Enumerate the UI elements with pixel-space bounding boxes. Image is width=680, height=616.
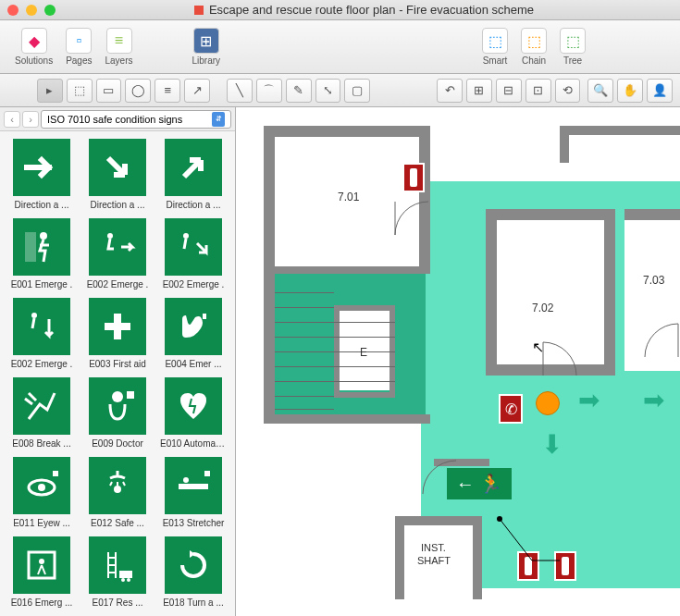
connector-tool[interactable]: ⤡ [315,79,341,103]
svg-rect-11 [179,484,208,489]
maximize-window-button[interactable] [44,5,56,16]
library-button[interactable]: ⊞Library [187,26,227,68]
text-tool[interactable]: ≡ [155,79,180,103]
rect-tool[interactable]: ▭ [96,79,122,103]
library-sign-item[interactable]: Direction a ... [83,139,152,211]
svg-point-3 [183,233,189,239]
library-sign-item[interactable]: E013 Stretcher [159,457,228,529]
nav-forward-button[interactable]: › [22,111,39,128]
smart-button[interactable]: ⬚Smart [476,26,513,68]
library-sign-item[interactable]: E016 Emerg ... [7,536,76,609]
svg-point-4 [31,313,37,318]
sign-label: E012 Safe ... [84,518,151,528]
dropdown-label: ISO 7010 safe condition signs [47,114,182,125]
align-button[interactable]: ⊟ [496,79,522,103]
undo-button[interactable]: ↶ [437,79,463,103]
line-tool[interactable]: ╲ [227,79,253,103]
sign-icon [165,218,222,276]
library-sign-item[interactable]: Direction a ... [7,139,76,211]
main-toolbar: ◆Solutions ▫Pages ≡Layers ⊞Library ⬚Smar… [0,20,680,74]
ellipse-tool[interactable]: ◯ [125,79,151,103]
library-sign-item[interactable]: Direction a ... [159,139,228,211]
arc-tool[interactable]: ⌒ [256,79,282,103]
nav-back-button[interactable]: ‹ [4,111,20,128]
fire-extinguisher-icon[interactable] [402,163,425,192]
library-sign-item[interactable]: E002 Emerge . [159,218,228,290]
library-sign-item[interactable]: E010 Automat ... [159,377,228,450]
title-text: Escape and rescue route floor plan - Fir… [209,3,534,17]
library-sign-item[interactable]: E012 Safe ... [83,457,152,529]
svg-rect-6 [127,391,134,399]
tools-toolbar: ▸ ⬚ ▭ ◯ ≡ ↗ ╲ ⌒ ✎ ⤡ ▢ ↶ ⊞ ⊟ ⊡ ⟲ 🔍 ✋ 👤 [0,74,680,107]
library-sign-item[interactable]: E009 Doctor [83,377,152,450]
sign-label: E010 Automat ... [160,438,227,449]
distribute-button[interactable]: ⊡ [525,79,551,103]
sign-label: E009 Doctor [84,438,151,449]
library-sign-item[interactable]: E011 Eyew ... [7,457,76,529]
rotate-button[interactable]: ⟲ [555,79,581,103]
pen-tool[interactable]: ✎ [286,79,312,103]
sign-icon [13,298,70,355]
library-sign-item[interactable]: E017 Res ... [83,536,152,609]
emergency-phone-icon[interactable]: ✆ [499,394,523,424]
solutions-button[interactable]: ◆Solutions [9,26,58,68]
user-button[interactable]: 👤 [647,79,673,103]
dropdown-arrows-icon: ⇵ [212,112,225,127]
tree-button[interactable]: ⬚Tree [554,26,591,68]
arrow-tool[interactable]: ↗ [184,79,210,103]
room-label-702: 7.02 [532,302,553,314]
sign-library-grid: Direction a ...Direction a ...Direction … [0,131,235,616]
you-are-here-marker[interactable] [536,391,560,415]
pages-button[interactable]: ▫Pages [60,26,97,68]
sign-icon [13,377,70,435]
sign-label: E017 Res ... [84,598,151,608]
zoom-button[interactable]: 🔍 [587,79,613,103]
selection-tool[interactable]: ⬚ [67,79,93,103]
sign-label: E002 Emerge . [84,279,151,290]
library-sign-item[interactable]: E018 Turn a ... [159,536,228,609]
chain-button[interactable]: ⬚Chain [515,26,552,68]
svg-point-2 [107,233,113,239]
inst-label: INST. [421,542,446,553]
document-icon [194,6,204,15]
pan-button[interactable]: ✋ [617,79,643,103]
library-sign-item[interactable]: E004 Emer ... [159,298,228,370]
library-sign-item[interactable]: E002 Emerge . [7,298,76,370]
sign-label: E013 Stretcher [160,518,227,528]
close-window-button[interactable] [7,5,19,16]
pointer-tool[interactable]: ▸ [37,79,63,103]
evac-arrow-right-icon: ➡ [643,385,664,415]
sign-icon [165,457,222,514]
traffic-lights [7,5,56,16]
library-sign-item[interactable]: E002 Emerge . [83,218,152,290]
group-button[interactable]: ⊞ [466,79,492,103]
room-label-703: 7.03 [643,274,664,287]
sign-label: E008 Break ... [8,438,75,449]
svg-point-8 [38,484,45,491]
svg-rect-9 [53,471,58,476]
elevator-label: E [360,346,367,359]
sign-icon [165,377,222,435]
library-dropdown[interactable]: ISO 7010 safe condition signs ⇵ [41,110,231,129]
library-sign-item[interactable]: E008 Break ... [7,377,76,450]
library-sign-item[interactable]: E003 First aid [83,298,152,370]
svg-rect-16 [119,571,132,578]
drawing-canvas[interactable]: 7.01 7.02 7.03 E INST. SHAFT ✆ ← 🏃 ➡ ➡ ⬇… [236,107,680,616]
sign-icon [13,457,70,514]
shape-tool[interactable]: ▢ [344,79,370,103]
layers-button[interactable]: ≡Layers [100,26,139,68]
svg-point-1 [40,232,47,240]
svg-point-10 [114,486,121,493]
sign-icon [89,218,146,276]
sign-label: E002 Emerge . [160,279,227,290]
sign-label: E016 Emerg ... [8,598,75,608]
sign-icon [13,218,70,276]
library-sign-item[interactable]: E001 Emerge . [7,218,76,290]
sign-label: E001 Emerge . [8,279,75,290]
title-bar: Escape and rescue route floor plan - Fir… [0,0,680,20]
sign-label: Direction a ... [84,200,151,210]
shaft-label: SHAFT [417,555,451,566]
sign-icon [89,298,146,355]
room-label-701: 7.01 [338,191,359,203]
minimize-window-button[interactable] [26,5,37,16]
